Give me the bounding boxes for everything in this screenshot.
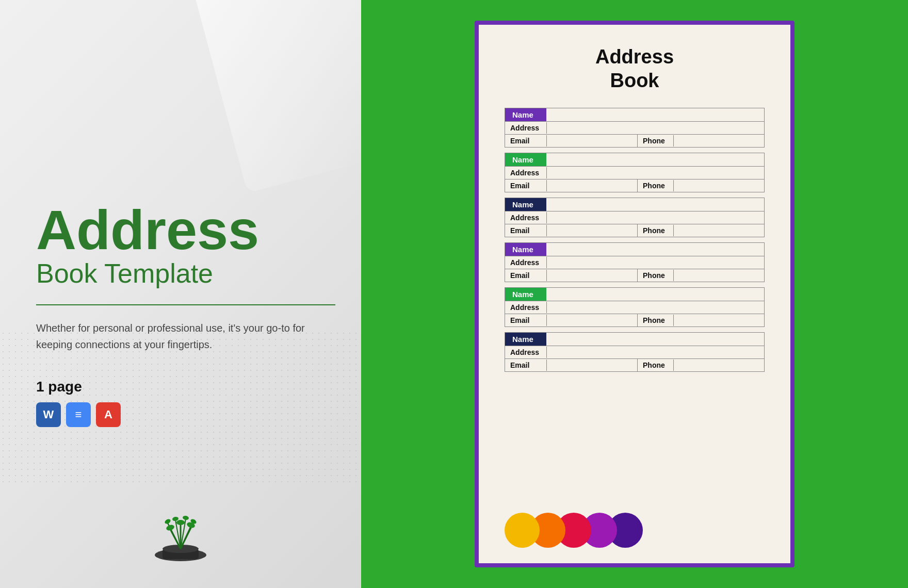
email-label-2: Email (505, 179, 546, 192)
format-icons: W ≡ A (36, 402, 325, 427)
left-content: Address Book Template Whether for person… (36, 31, 325, 557)
email-field-1 (546, 135, 637, 146)
email-label-1: Email (505, 135, 546, 147)
email-field-3 (546, 225, 637, 236)
email-phone-row-4: Email Phone (505, 269, 764, 282)
document-wrapper: Address Book Name Address Email Phone (475, 21, 794, 567)
phone-label-2: Phone (637, 179, 673, 192)
docs-icon: ≡ (66, 402, 91, 427)
email-phone-row-1: Email Phone (505, 134, 764, 147)
main-title: Address (36, 202, 325, 258)
email-phone-row-2: Email Phone (505, 179, 764, 192)
address-row-1: Address (505, 121, 764, 134)
phone-field-2 (673, 180, 764, 191)
divider (36, 304, 335, 305)
phone-label-5: Phone (637, 314, 673, 326)
name-label-5: Name (505, 288, 546, 301)
address-label-5: Address (505, 301, 546, 314)
sub-title: Book Template (36, 258, 325, 289)
address-row-2: Address (505, 166, 764, 179)
page-info: 1 page W ≡ A (36, 379, 325, 427)
svg-point-11 (176, 520, 185, 525)
name-row-3: Name (505, 198, 764, 211)
name-row-1: Name (505, 108, 764, 121)
name-row-5: Name (505, 288, 764, 301)
pdf-icon: A (96, 402, 121, 427)
doc-title: Address Book (505, 45, 765, 92)
contact-entry-4: Name Address Email Phone (505, 242, 765, 282)
email-phone-row-6: Email Phone (505, 358, 764, 371)
address-label-1: Address (505, 122, 546, 134)
description: Whether for personal or professional use… (36, 320, 315, 353)
email-field-6 (546, 360, 637, 371)
phone-label-1: Phone (637, 135, 673, 147)
address-label-3: Address (505, 211, 546, 224)
name-label-3: Name (505, 198, 546, 211)
word-icon: W (36, 402, 61, 427)
email-label-3: Email (505, 224, 546, 237)
address-label-4: Address (505, 256, 546, 269)
phone-field-4 (673, 270, 764, 281)
address-field-4 (546, 257, 764, 268)
phone-field-5 (673, 315, 764, 326)
address-row-6: Address (505, 346, 764, 358)
plant-decoration (139, 503, 222, 567)
email-label-6: Email (505, 359, 546, 371)
contact-entry-6: Name Address Email Phone (505, 332, 765, 372)
address-field-6 (546, 347, 764, 358)
contact-entry-5: Name Address Email Phone (505, 287, 765, 327)
address-row-4: Address (505, 256, 764, 269)
email-phone-row-5: Email Phone (505, 314, 764, 326)
address-label-2: Address (505, 167, 546, 179)
left-panel: Address Book Template Whether for person… (0, 0, 361, 588)
name-label-4: Name (505, 243, 546, 256)
name-row-6: Name (505, 333, 764, 346)
right-panel: Address Book Name Address Email Phone (361, 0, 908, 588)
contact-entry-2: Name Address Email Phone (505, 153, 765, 192)
page-count: 1 page (36, 379, 325, 395)
name-row-2: Name (505, 153, 764, 166)
phone-field-3 (673, 225, 764, 236)
address-row-3: Address (505, 211, 764, 224)
address-field-3 (546, 212, 764, 223)
phone-label-6: Phone (637, 359, 673, 371)
color-dots (505, 513, 765, 548)
phone-field-6 (673, 360, 764, 371)
phone-label-4: Phone (637, 269, 673, 282)
name-label-6: Name (505, 333, 546, 346)
phone-field-1 (673, 135, 764, 146)
svg-point-16 (182, 515, 189, 520)
contact-entry-1: Name Address Email Phone (505, 108, 765, 148)
address-field-5 (546, 302, 764, 313)
name-label-1: Name (505, 108, 546, 121)
email-field-4 (546, 270, 637, 281)
name-row-4: Name (505, 243, 764, 256)
phone-label-3: Phone (637, 224, 673, 237)
address-field-2 (546, 167, 764, 178)
email-field-5 (546, 315, 637, 326)
address-field-1 (546, 122, 764, 134)
yellow-dot (505, 513, 540, 548)
email-label-5: Email (505, 314, 546, 326)
email-phone-row-3: Email Phone (505, 224, 764, 237)
name-label-2: Name (505, 153, 546, 166)
address-row-5: Address (505, 301, 764, 314)
contact-entries: Name Address Email Phone Name (505, 108, 765, 502)
address-label-6: Address (505, 346, 546, 358)
contact-entry-3: Name Address Email Phone (505, 198, 765, 237)
email-field-2 (546, 180, 637, 191)
email-label-4: Email (505, 269, 546, 282)
